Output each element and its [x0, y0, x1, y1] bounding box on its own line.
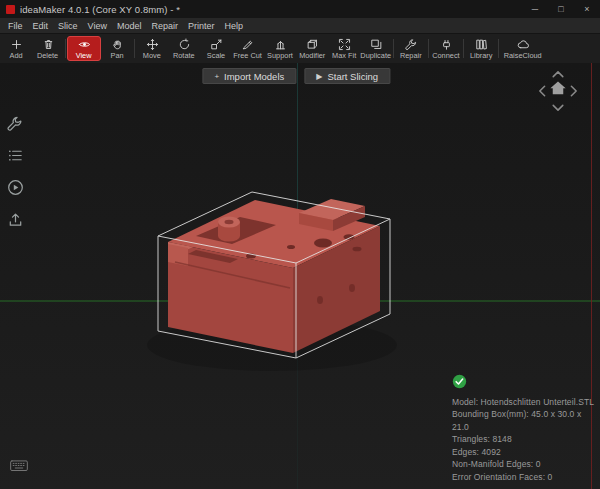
info-model-name: Model: Hotendschlitten Unterteil.STL	[452, 396, 600, 409]
minimize-button[interactable]: ─	[522, 0, 548, 18]
scale-icon	[210, 38, 223, 51]
info-error-faces: Error Orientation Faces: 0	[452, 471, 600, 484]
menu-bar: File Edit Slice View Model Repair Printe…	[0, 18, 600, 34]
viewport-actions: + Import Models ▶ Start Slicing	[202, 68, 390, 84]
toolbar-separator	[498, 39, 499, 58]
hand-icon	[111, 38, 124, 51]
check-icon	[452, 374, 600, 393]
eye-icon	[78, 38, 91, 51]
toolbar-label: Move	[143, 52, 161, 59]
play-icon: ▶	[316, 72, 322, 81]
rotate-icon	[178, 38, 191, 51]
toolbar-button-duplicate[interactable]: Duplicate	[360, 34, 392, 63]
menu-slice[interactable]: Slice	[53, 21, 83, 31]
toolbar-label: Free Cut	[234, 52, 263, 59]
toolbar-label: Modifier	[299, 52, 325, 59]
menu-view[interactable]: View	[83, 21, 112, 31]
menu-edit[interactable]: Edit	[28, 21, 54, 31]
toolbar-button-move[interactable]: Move	[136, 34, 168, 63]
title-bar: ideaMaker 4.0.1 (Core XY 0.8mm) - * ─ □ …	[0, 0, 600, 18]
toolbar-separator	[428, 39, 429, 58]
maximize-button[interactable]: □	[548, 0, 574, 18]
import-models-label: Import Models	[224, 71, 284, 82]
menu-help[interactable]: Help	[219, 21, 248, 31]
cube-icon	[306, 38, 319, 51]
toolbar-label: View	[76, 52, 92, 59]
toolbar-button-modifier[interactable]: Modifier	[296, 34, 328, 63]
toolbar-separator	[134, 39, 135, 58]
compass-up-arrow[interactable]	[553, 72, 563, 77]
import-models-button[interactable]: + Import Models	[202, 68, 296, 84]
toolbar-button-view[interactable]: View	[67, 36, 101, 61]
toolbar-button-max-fit[interactable]: Max Fit	[328, 34, 360, 63]
menu-printer[interactable]: Printer	[183, 21, 220, 31]
list-icon[interactable]	[7, 147, 24, 164]
toolbar-button-free-cut[interactable]: Free Cut	[232, 34, 264, 63]
settings-wrench-icon[interactable]	[7, 115, 24, 132]
toolbar-label: Repair	[400, 52, 422, 59]
toolbar-button-scale[interactable]: Scale	[200, 34, 232, 63]
left-tool-strip	[7, 115, 24, 228]
play-preview-icon[interactable]	[7, 179, 24, 196]
add-icon	[10, 38, 23, 51]
max-fit-icon	[338, 38, 351, 51]
close-button[interactable]: ×	[574, 0, 600, 18]
plus-icon: +	[214, 72, 219, 81]
upload-icon[interactable]	[7, 211, 24, 228]
toolbar-label: Scale	[207, 52, 225, 59]
window-title: ideaMaker 4.0.1 (Core XY 0.8mm) - *	[20, 4, 522, 15]
menu-model[interactable]: Model	[112, 21, 147, 31]
toolbar-button-pan[interactable]: Pan	[101, 34, 133, 63]
duplicate-icon	[370, 38, 383, 51]
view-compass[interactable]	[532, 69, 584, 117]
info-bounding-box: Bounding Box(mm): 45.0 x 30.0 x 21.0	[452, 408, 600, 433]
toolbar-button-library[interactable]: Library	[465, 34, 497, 63]
toolbar-label: Pan	[110, 52, 123, 59]
toolbar-label: Add	[9, 52, 22, 59]
move-icon	[146, 38, 159, 51]
home-icon[interactable]	[550, 81, 565, 94]
plug-icon	[440, 38, 453, 51]
toolbar-label: Rotate	[173, 52, 195, 59]
toolbar-separator	[393, 39, 394, 58]
wrench-icon	[405, 38, 418, 51]
toolbar-button-raisecloud[interactable]: RaiseCloud	[500, 34, 546, 63]
toolbar-label: Library	[470, 52, 492, 59]
menu-file[interactable]: File	[3, 21, 28, 31]
toolbar-label: Max Fit	[332, 52, 356, 59]
books-icon	[475, 38, 488, 51]
cloud-icon	[517, 38, 530, 51]
info-triangles: Triangles: 8148	[452, 433, 600, 446]
info-edges: Edges: 4092	[452, 446, 600, 459]
compass-right-arrow[interactable]	[571, 86, 576, 96]
toolbar-label: Support	[267, 52, 293, 59]
toolbar-button-delete[interactable]: Delete	[32, 34, 64, 63]
compass-down-arrow[interactable]	[553, 105, 563, 110]
toolbar-button-support[interactable]: Support	[264, 34, 296, 63]
info-non-manifold: Non-Manifold Edges: 0	[452, 458, 600, 471]
app-icon	[6, 5, 15, 14]
toolbar-button-connect[interactable]: Connect	[430, 34, 462, 63]
support-icon	[274, 38, 287, 51]
delete-icon	[42, 38, 55, 51]
toolbar-label: Delete	[37, 52, 58, 59]
start-slicing-button[interactable]: ▶ Start Slicing	[304, 68, 390, 84]
toolbar-button-add[interactable]: Add	[0, 34, 32, 63]
start-slicing-label: Start Slicing	[327, 71, 378, 82]
toolbar-separator	[463, 39, 464, 58]
compass-left-arrow[interactable]	[540, 86, 545, 96]
main-toolbar: Add Delete View Pan Move Rotate Scale Fr…	[0, 34, 600, 64]
toolbar-button-repair[interactable]: Repair	[395, 34, 427, 63]
toolbar-button-rotate[interactable]: Rotate	[168, 34, 200, 63]
model-info-panel: Model: Hotendschlitten Unterteil.STL Bou…	[452, 374, 600, 483]
toolbar-label: RaiseCloud	[504, 52, 542, 59]
toolbar-label: Connect	[432, 52, 459, 59]
menu-repair[interactable]: Repair	[146, 21, 183, 31]
knife-icon	[242, 38, 255, 51]
toolbar-label: Duplicate	[361, 52, 392, 59]
keyboard-icon[interactable]	[9, 458, 29, 477]
toolbar-separator	[65, 39, 66, 58]
3d-viewport[interactable]: + Import Models ▶ Start Slicing	[0, 63, 600, 489]
